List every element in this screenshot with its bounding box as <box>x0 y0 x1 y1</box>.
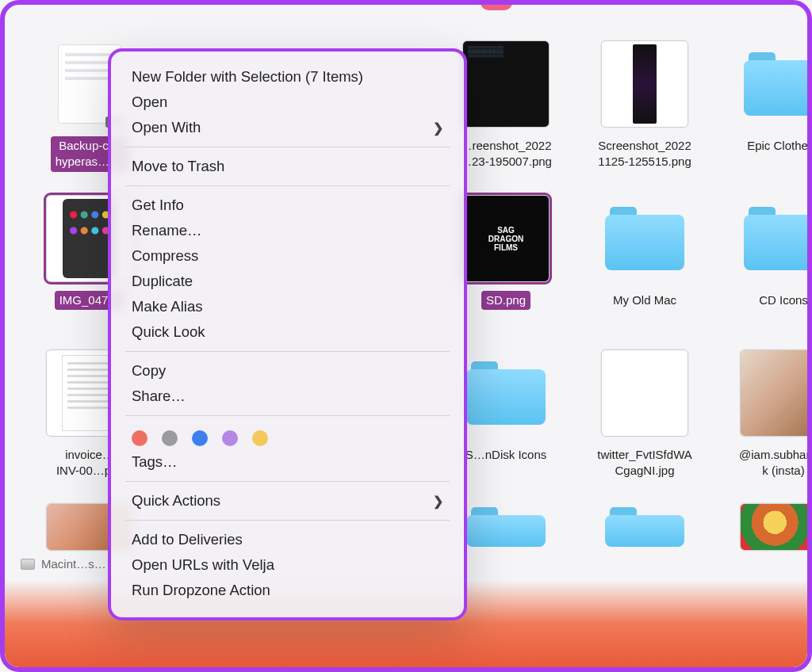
file-label: SD.png <box>481 291 530 310</box>
menu-move-to-trash[interactable]: Move to Trash <box>111 154 464 179</box>
menu-separator <box>125 147 450 147</box>
file-item[interactable]: Screenshot_2022 1125-125515.png <box>577 36 712 191</box>
tag-red[interactable] <box>132 430 147 446</box>
menu-compress[interactable]: Compress <box>111 243 464 269</box>
disk-label: Macint…s… <box>41 557 106 571</box>
folder-item[interactable]: Epic Clothe… <box>716 36 812 191</box>
menu-make-alias[interactable]: Make Alias <box>111 294 464 319</box>
file-label: S…nDisk Icons <box>461 445 552 464</box>
path-bar[interactable]: Macint…s… <box>21 557 106 571</box>
file-label: My Old Mac <box>608 291 681 310</box>
menu-separator <box>125 415 450 416</box>
tag-gray[interactable] <box>162 430 178 446</box>
image-thumb: SAGDRAGONFILMS <box>462 195 550 282</box>
file-label: CD Icons <box>754 291 812 310</box>
image-thumb <box>601 349 688 437</box>
menu-share[interactable]: Share… <box>111 384 464 409</box>
file-label: @iam.subham… k (insta) <box>734 445 812 481</box>
file-item[interactable]: twitter_FvtISfdWA CgagNI.jpg <box>577 346 712 500</box>
menu-copy[interactable]: Copy <box>111 358 464 384</box>
image-thumb <box>601 40 688 128</box>
chevron-right-icon: ❯ <box>433 494 443 509</box>
folder-icon <box>744 52 812 116</box>
image-thumb: ░░░░░░░░░░░░░░░░░░ <box>462 40 550 128</box>
menu-separator <box>125 481 450 482</box>
folder-icon <box>605 207 684 270</box>
menu-open-urls-velja[interactable]: Open URLs with Velja <box>111 552 464 578</box>
folder-item[interactable]: CD Icons <box>716 191 812 346</box>
chevron-right-icon: ❯ <box>433 120 443 136</box>
disk-icon <box>21 559 35 570</box>
image-thumb <box>740 349 812 437</box>
folder-item[interactable]: My Old Mac <box>577 191 712 346</box>
file-label: twitter_FvtISfdWA CgagNI.jpg <box>592 445 696 481</box>
folder-icon <box>744 207 812 270</box>
menu-separator <box>125 520 450 521</box>
menu-separator <box>125 351 450 352</box>
folder-icon <box>605 507 684 547</box>
image-thumb <box>740 503 812 551</box>
window-accent <box>481 2 512 10</box>
menu-quick-actions[interactable]: Quick Actions❯ <box>111 488 464 514</box>
menu-new-folder-with-selection[interactable]: New Folder with Selection (7 Items) <box>111 64 464 90</box>
menu-rename[interactable]: Rename… <box>111 218 464 243</box>
file-label: Epic Clothe… <box>742 136 812 155</box>
menu-add-to-deliveries[interactable]: Add to Deliveries <box>111 527 464 552</box>
menu-quick-look[interactable]: Quick Look <box>111 319 464 345</box>
menu-tag-colors <box>111 422 464 449</box>
tag-blue[interactable] <box>192 430 208 446</box>
tag-yellow[interactable] <box>252 430 268 446</box>
menu-tags[interactable]: Tags… <box>111 449 464 475</box>
folder-icon <box>466 507 546 547</box>
context-menu: New Folder with Selection (7 Items) Open… <box>108 48 467 620</box>
file-label: …reenshot_2022 …23-195007.png <box>455 136 557 172</box>
menu-separator <box>125 185 450 186</box>
tag-purple[interactable] <box>222 430 238 446</box>
menu-duplicate[interactable]: Duplicate <box>111 269 464 294</box>
folder-icon <box>466 361 546 425</box>
menu-open-with[interactable]: Open With❯ <box>111 115 464 140</box>
menu-get-info[interactable]: Get Info <box>111 193 464 218</box>
file-item[interactable]: @iam.subham… k (insta) <box>716 346 812 500</box>
menu-open[interactable]: Open <box>111 90 464 115</box>
file-label: Screenshot_2022 1125-125515.png <box>593 136 696 172</box>
menu-run-dropzone[interactable]: Run Dropzone Action <box>111 578 464 603</box>
